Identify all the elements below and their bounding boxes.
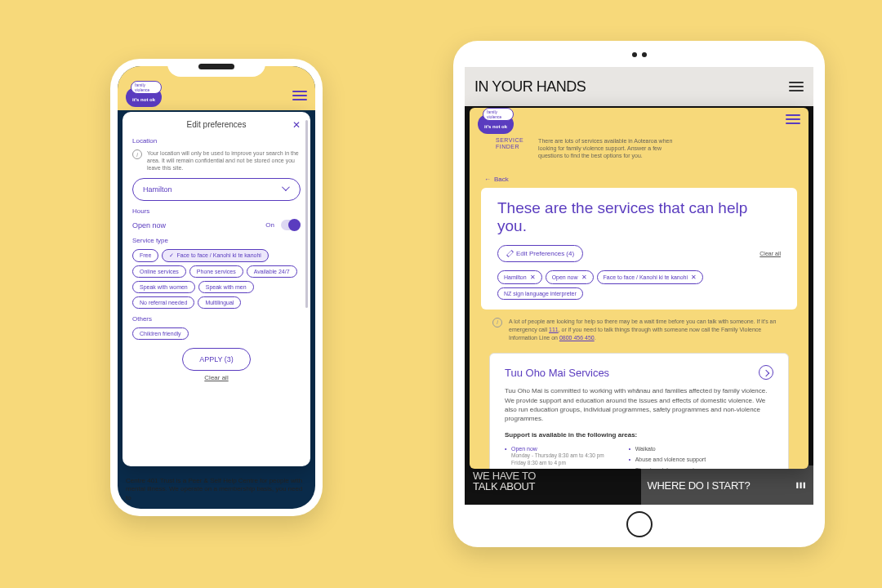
chip-children-friendly[interactable]: Children friendly — [132, 327, 189, 340]
chip-available-24-7[interactable]: Available 24/7 — [247, 265, 297, 278]
hamburger-icon[interactable] — [786, 114, 800, 124]
tablet-home-button[interactable] — [626, 511, 653, 537]
list-item: Open nowMonday - Thursday 8:30 am to 4:3… — [505, 445, 604, 466]
wait-time-info: A lot of people are looking for help so … — [509, 318, 786, 341]
location-value: Hamilton — [143, 185, 172, 194]
filter-chip-open-now[interactable]: Open now✕ — [546, 270, 594, 284]
service-finder-label: SERVICE FINDER — [496, 137, 523, 159]
app-logo: family violence it's not ok — [478, 114, 514, 134]
list-item: Abuse and violence support — [629, 456, 706, 463]
list-item: Stopping violence servicesand 6 more — [629, 466, 706, 469]
chip-multilingual[interactable]: Multilingual — [198, 296, 241, 309]
open-now-toggle[interactable] — [281, 220, 301, 230]
info-icon: i — [132, 149, 142, 159]
service-type-section-label: Service type — [132, 237, 301, 244]
phone-device: family violence it's not ok Centre 401 T… — [110, 59, 323, 516]
filter-chip-nzsl[interactable]: NZ sign language interpreter — [497, 287, 583, 300]
tablet-screen: IN YOUR HANDS WE HAVE TO TALK ABOUT WHER… — [465, 67, 813, 505]
remove-icon[interactable]: ✕ — [691, 274, 697, 281]
back-link[interactable]: ←Back — [470, 167, 808, 188]
others-section-label: Others — [132, 315, 301, 323]
chip-online-services[interactable]: Online services — [132, 265, 186, 278]
service-areas-col2: Waikato Abuse and violence support Stopp… — [629, 445, 706, 469]
arrow-right-icon[interactable] — [759, 365, 773, 380]
background-footer: WE HAVE TO TALK ABOUT WHERE DO I START? … — [465, 466, 813, 505]
bg-footer-left: WE HAVE TO TALK ABOUT — [465, 466, 641, 505]
remove-icon[interactable]: ✕ — [530, 274, 536, 281]
app-logo: family violence it's not ok — [126, 87, 162, 107]
pencil-icon — [506, 250, 513, 256]
background-site-header: IN YOUR HANDS — [465, 67, 813, 106]
logo-top-text: family violence — [131, 81, 162, 94]
tablet-device: IN YOUR HANDS WE HAVE TO TALK ABOUT WHER… — [453, 41, 825, 547]
filter-chip-hamilton[interactable]: Hamilton✕ — [497, 270, 542, 284]
info-icon: i — [492, 318, 502, 327]
logo-main-text: it's not ok — [132, 97, 155, 102]
apply-button[interactable]: APPLY (3) — [182, 348, 251, 371]
close-icon[interactable]: ✕ — [292, 119, 301, 131]
edit-preferences-button[interactable]: Edit Preferences (4) — [497, 245, 583, 262]
service-card[interactable]: Tuu Oho Mai Services Tuu Oho Mai is comm… — [489, 353, 789, 469]
service-card-title: Tuu Oho Mai Services — [505, 367, 609, 379]
service-card-subheading: Support is available in the following ar… — [505, 431, 773, 439]
logo-top-text: family violence — [483, 108, 514, 121]
results-heading: These are the services that can help you… — [497, 199, 781, 235]
clear-all-link[interactable]: Clear all — [132, 374, 301, 381]
logo-main-text: it's not ok — [484, 124, 507, 129]
edit-preferences-modal: Edit preferences ✕ Location i Your locat… — [122, 112, 310, 466]
bg-footer-right: WHERE DO I START? ▌▌▌ — [641, 466, 814, 505]
remove-icon[interactable]: ✕ — [581, 274, 587, 281]
service-card-description: Tuu Oho Mai is committed to working with… — [505, 386, 773, 423]
back-arrow-icon: ← — [484, 176, 491, 183]
toggle-state-text: On — [265, 221, 274, 229]
hamburger-icon[interactable] — [789, 82, 804, 91]
chip-no-referral[interactable]: No referral needed — [132, 296, 194, 309]
phone-notch — [167, 59, 265, 77]
service-areas-col1: Open nowMonday - Thursday 8:30 am to 4:3… — [505, 445, 604, 469]
helpline-link[interactable]: 0800 456 450 — [559, 335, 595, 341]
chip-free[interactable]: Free — [132, 249, 158, 262]
chip-face-to-face[interactable]: ✓Face to face / Kanohi ki te kanohi — [162, 249, 269, 262]
hours-section-label: Hours — [132, 207, 301, 215]
location-select[interactable]: Hamilton — [132, 178, 301, 201]
chip-speak-with-women[interactable]: Speak with women — [132, 281, 195, 293]
open-now-label: Open now — [132, 221, 166, 229]
bg-site-title: IN YOUR HANDS — [474, 78, 586, 96]
scrollbar[interactable] — [305, 120, 308, 434]
results-panel: These are the services that can help you… — [481, 188, 797, 310]
modal-title: Edit preferences — [187, 120, 247, 129]
clear-all-link[interactable]: Clear all — [760, 251, 781, 256]
list-item: Waikato — [629, 445, 706, 452]
phone-screen: family violence it's not ok Centre 401 T… — [118, 66, 315, 509]
background-card-text: Centre 401 Trust is a Peer & Self Help C… — [126, 477, 307, 502]
hamburger-icon[interactable] — [292, 91, 307, 100]
chevron-down-icon — [282, 185, 290, 194]
check-icon: ✓ — [169, 252, 174, 258]
tablet-camera — [632, 52, 647, 57]
chip-speak-with-men[interactable]: Speak with men — [198, 281, 254, 293]
filter-chip-face-to-face[interactable]: Face to face / Kanohi ki te kanohi✕ — [597, 270, 704, 284]
intro-text: There are lots of services available in … — [538, 137, 685, 159]
emergency-link[interactable]: 111 — [549, 327, 559, 332]
chip-phone-services[interactable]: Phone services — [189, 265, 243, 278]
location-info-text: Your location will only be used to impro… — [147, 149, 301, 172]
service-finder-overlay: family violence it's not ok SERVICE FIND… — [470, 108, 808, 469]
location-section-label: Location — [132, 137, 301, 145]
